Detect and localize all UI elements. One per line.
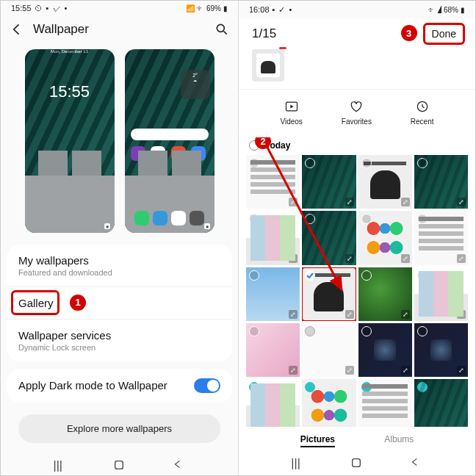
dark-mode-section: Apply Dark mode to Wallpaper bbox=[7, 369, 232, 403]
albums-tab[interactable]: Albums bbox=[384, 434, 414, 447]
svg-point-0 bbox=[217, 24, 224, 32]
videos-icon bbox=[284, 98, 300, 115]
preview-searchbar bbox=[131, 129, 209, 140]
navigation-bar: ||| bbox=[239, 450, 475, 476]
homescreen-preview[interactable]: 2°☁ ◉ bbox=[125, 49, 214, 233]
selection-count: 1/15 bbox=[252, 26, 276, 41]
lockscreen-preview[interactable]: 15:55 Mon, December 13 ◉ bbox=[25, 49, 115, 233]
annotation-badge-3: 3 bbox=[401, 25, 417, 41]
status-battery: 69% bbox=[206, 4, 221, 12]
status-battery: 68% bbox=[444, 6, 458, 14]
recents-icon[interactable]: ||| bbox=[54, 459, 67, 472]
photo-thumb[interactable] bbox=[246, 323, 300, 377]
options-list: My wallpapers Featured and downloaded Ga… bbox=[7, 245, 232, 361]
explore-more-button[interactable]: Explore more wallpapers bbox=[18, 414, 220, 443]
preview-clock: 15:55 bbox=[25, 82, 115, 101]
heart-icon bbox=[348, 98, 364, 115]
annotation-box-3 bbox=[423, 23, 465, 45]
dark-mode-switch[interactable] bbox=[194, 378, 220, 393]
weather-widget: 2°☁ bbox=[181, 70, 210, 99]
photo-thumb[interactable] bbox=[358, 267, 412, 321]
svg-line-4 bbox=[265, 143, 342, 289]
page-title: Wallpaper bbox=[33, 22, 206, 37]
status-time: 15:55 bbox=[11, 4, 32, 12]
svg-rect-5 bbox=[353, 459, 361, 467]
annotation-badge-1: 1 bbox=[70, 295, 86, 311]
category-row: Videos Favorites Recent bbox=[239, 90, 475, 137]
camera-shortcut-icon: ◉ bbox=[104, 223, 110, 229]
recents-icon[interactable]: ||| bbox=[291, 457, 304, 470]
back-nav-icon[interactable] bbox=[173, 459, 186, 472]
photo-thumb[interactable] bbox=[414, 267, 468, 321]
photo-thumb[interactable] bbox=[302, 379, 356, 427]
photo-thumb[interactable] bbox=[358, 323, 412, 377]
home-icon[interactable] bbox=[350, 457, 364, 470]
photo-thumb[interactable] bbox=[414, 211, 468, 264]
gallery-item[interactable]: Gallery 1 bbox=[7, 287, 232, 320]
photo-thumb[interactable] bbox=[246, 379, 300, 427]
wallpaper-previews: 15:55 Mon, December 13 ◉ 2°☁ ◉ bbox=[1, 43, 238, 245]
search-icon[interactable] bbox=[214, 22, 229, 37]
annotation-arrow bbox=[261, 139, 364, 300]
pictures-tab[interactable]: Pictures bbox=[300, 434, 335, 447]
status-bar: 16:08▪ ✓ • ᯤ ◢68%▮ bbox=[239, 1, 475, 18]
photo-thumb[interactable] bbox=[414, 155, 468, 209]
dark-mode-toggle-item[interactable]: Apply Dark mode to Wallpaper bbox=[7, 369, 232, 403]
clock-icon bbox=[414, 98, 430, 115]
preview-date: Mon, December 13 bbox=[25, 49, 115, 54]
photo-thumb[interactable] bbox=[414, 323, 468, 377]
status-bar: 15:55⏲ ▪ ✓ • 📶 ᯤ69%▮ bbox=[1, 1, 238, 15]
bottom-tabs: Pictures Albums bbox=[239, 427, 475, 450]
svg-rect-1 bbox=[115, 461, 123, 469]
my-wallpapers-item[interactable]: My wallpapers Featured and downloaded bbox=[7, 245, 232, 287]
picker-header: 1/15 Done 3 bbox=[239, 18, 475, 49]
photo-thumb[interactable] bbox=[358, 379, 412, 427]
recent-category[interactable]: Recent bbox=[411, 98, 434, 126]
back-icon[interactable] bbox=[10, 22, 24, 37]
status-time: 16:08 bbox=[249, 5, 270, 14]
photo-thumb[interactable] bbox=[358, 155, 412, 209]
back-nav-icon[interactable] bbox=[410, 457, 423, 470]
camera-shortcut-icon: ◉ bbox=[204, 223, 210, 229]
annotation-box-1 bbox=[11, 290, 60, 315]
photo-thumb[interactable] bbox=[414, 379, 468, 427]
header: Wallpaper bbox=[1, 15, 238, 43]
selected-thumbnails bbox=[239, 49, 475, 90]
favorites-category[interactable]: Favorites bbox=[342, 98, 372, 126]
wallpaper-services-item[interactable]: Wallpaper services Dynamic Lock screen bbox=[7, 320, 232, 361]
home-icon[interactable] bbox=[113, 459, 126, 472]
photo-thumb[interactable] bbox=[302, 323, 356, 377]
wallpaper-settings-screen: 15:55⏲ ▪ ✓ • 📶 ᯤ69%▮ Wallpaper 15:55 Mon… bbox=[1, 1, 238, 476]
videos-category[interactable]: Videos bbox=[280, 98, 302, 126]
selected-thumb[interactable] bbox=[252, 49, 284, 82]
navigation-bar: ||| bbox=[1, 455, 238, 476]
gallery-picker-screen: 16:08▪ ✓ • ᯤ ◢68%▮ 1/15 Done 3 Videos Fa… bbox=[238, 1, 475, 476]
photo-thumb[interactable] bbox=[358, 211, 412, 264]
